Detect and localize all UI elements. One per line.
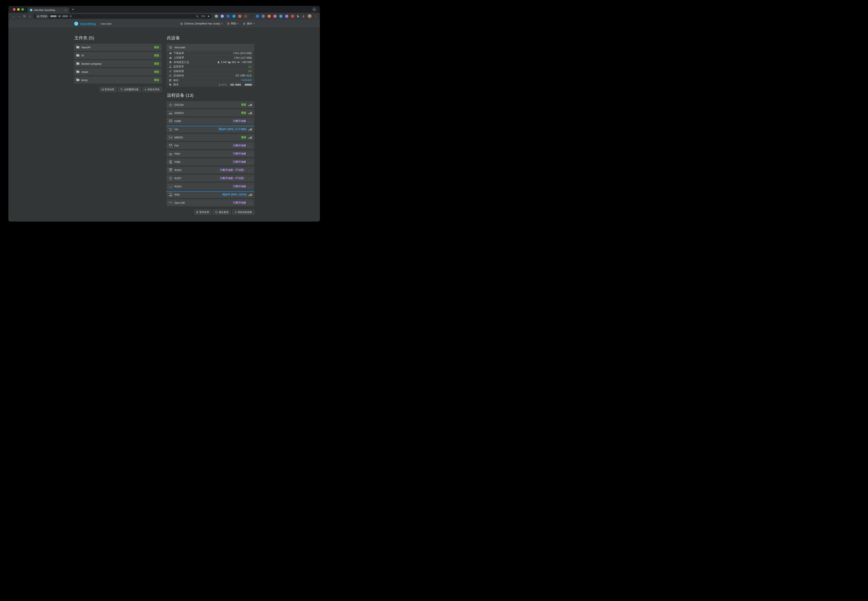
extension-icon[interactable] (250, 15, 253, 18)
disconnected-dots-icon (248, 161, 252, 163)
maximize-window-button[interactable] (21, 8, 24, 11)
device-status: 已断开连接（不活跃） (220, 168, 246, 172)
remote-device-row[interactable]: DS923+ 最新 (166, 109, 254, 116)
home-icon[interactable]: ⌂ (27, 14, 33, 19)
remote-device-row[interactable]: Zero 2W 已断开连接 (166, 199, 254, 206)
extensions-row (215, 15, 294, 18)
extension-icon[interactable] (256, 15, 259, 18)
device-name: PI5A (174, 152, 180, 156)
extension-icon[interactable] (285, 15, 288, 18)
extension-icon[interactable] (215, 15, 218, 18)
translate-icon[interactable]: 文A (201, 15, 205, 17)
extension-icon[interactable] (232, 15, 236, 18)
remote-device-row[interactable]: HA 同步中 (92%, 17.2 MiB) (166, 126, 254, 133)
chevron-down-icon: ▾ (238, 23, 239, 25)
rescan-all-button[interactable]: ↻ 全部重新扫描 (118, 87, 141, 92)
extensions-puzzle-icon[interactable] (296, 15, 299, 18)
signal-bars-icon (248, 104, 252, 106)
device-name: HA (174, 128, 178, 131)
remote-device-row[interactable]: R2SU 已断开连接 (166, 183, 254, 190)
tab-search-button[interactable]: ▾ (312, 7, 317, 12)
bookmark-star-icon[interactable]: ★ (207, 15, 210, 18)
actions-menu[interactable]: 操作 ▾ (243, 22, 254, 26)
new-tab-button[interactable]: + (69, 8, 74, 13)
extension-icon[interactable] (273, 15, 277, 18)
pause-all-folders-button[interactable]: 暂停全部 (100, 87, 117, 92)
tag-icon (169, 83, 172, 86)
disconnected-dots-icon (248, 201, 252, 204)
local-state-row: 本地状态汇总 3,340 882 (166, 60, 254, 64)
extension-icon[interactable] (227, 15, 230, 18)
folder-row[interactable]: docker-compose 最新 (74, 60, 162, 67)
remote-device-row[interactable]: M920X 最新 (166, 134, 254, 141)
this-device-header[interactable]: mini.intel (166, 44, 254, 51)
address-bar[interactable]: 不安全 文A ★ (34, 14, 212, 18)
browser-menu-icon[interactable]: ⋮ (314, 15, 317, 18)
remote-device-row[interactable]: PI4 已断开连接 (166, 142, 254, 149)
remote-device-row[interactable]: R5S 同步中 (99%, 128 B) (166, 191, 254, 198)
folder-icon (76, 71, 79, 73)
folder-row[interactable]: temp 最新 (74, 76, 162, 84)
extension-icon[interactable] (291, 15, 294, 18)
extension-icon[interactable] (262, 15, 265, 18)
folder-row[interactable]: PI 最新 (74, 52, 162, 59)
syncthing-logo-icon (74, 21, 79, 26)
tab-close-icon[interactable]: × (64, 9, 67, 12)
disconnected-dots-icon (248, 185, 252, 188)
version-row: 版本 (166, 82, 254, 87)
folder-row[interactable]: share 最新 (74, 68, 162, 75)
device-identicon (169, 103, 172, 106)
pause-icon (102, 88, 104, 90)
close-window-button[interactable] (13, 8, 15, 11)
cloud-upload-icon (169, 56, 172, 59)
add-folder-button[interactable]: + 添加文件夹 (142, 87, 162, 92)
remote-device-row[interactable]: PI5B 已断开连接 (166, 158, 254, 165)
extension-icon[interactable] (244, 15, 247, 18)
help-menu[interactable]: ? 帮助 ▾ (227, 22, 239, 26)
language-menu[interactable]: Chinese (Simplified Han script) ▾ (180, 22, 222, 25)
reload-icon[interactable]: ↻ (22, 14, 27, 19)
passwords-key-icon[interactable] (196, 15, 199, 18)
device-identicon (169, 46, 172, 49)
browser-tab[interactable]: mini.intel | Syncthing × (27, 7, 69, 13)
recent-changes-button[interactable]: i 最近更改 (213, 210, 231, 215)
device-name: R5S (174, 193, 180, 196)
extension-icon[interactable] (238, 15, 241, 18)
pause-all-devices-button[interactable]: 暂停全部 (194, 210, 211, 215)
folder-status: 最新 (154, 70, 159, 74)
folders-column: 文件夹 (5) NanoPI 最新 PI 最新 (74, 35, 162, 92)
device-identicon (169, 185, 172, 188)
remote-device-row[interactable]: R2ST 已断开连接（不活跃） (166, 175, 254, 182)
minimize-window-button[interactable] (17, 8, 20, 11)
remote-device-row[interactable]: PI5A 已断开连接 (166, 150, 254, 157)
extension-icon[interactable] (268, 15, 271, 18)
tab-bar: mini.intel | Syncthing × + ▾ (8, 6, 320, 13)
downloads-icon[interactable] (302, 15, 305, 18)
local-size: ~160 MiB (241, 61, 252, 64)
remote-device-row[interactable]: H28K 已断开连接 (166, 117, 254, 125)
remote-device-row[interactable]: DS218+ 最新 (166, 101, 254, 108)
profile-avatar[interactable] (308, 14, 312, 18)
security-chip[interactable]: 不安全 (36, 14, 49, 18)
device-status: 已断开连接（不活跃） (220, 177, 246, 180)
device-status: 同步中 (92%, 17.2 MiB) (219, 128, 247, 131)
extension-icon[interactable] (221, 15, 224, 18)
plus-icon: + (235, 211, 236, 214)
device-name: PI4 (174, 144, 178, 147)
syncthing-brand[interactable]: Syncthing (74, 21, 96, 26)
forward-icon[interactable]: → (16, 14, 22, 19)
redacted-url-block (50, 15, 56, 17)
host-name: mini.intel (101, 22, 111, 25)
device-identicon (169, 136, 172, 139)
device-status: 最新 (241, 103, 247, 107)
folder-actions: 暂停全部 ↻ 全部重新扫描 + 添加文件夹 (74, 87, 162, 92)
extension-icon[interactable] (279, 15, 282, 18)
device-name: R2SU (174, 185, 182, 188)
folder-row[interactable]: NanoPI 最新 (74, 44, 162, 51)
add-remote-device-button[interactable]: + 添加远程设备 (232, 210, 254, 215)
remote-device-row[interactable]: R2SC 已断开连接（不活跃） (166, 166, 254, 174)
back-icon[interactable]: ← (11, 14, 16, 19)
device-id-link[interactable]: Y4SK4RI (241, 79, 252, 82)
device-name: DS923+ (174, 111, 184, 114)
browser-toolbar: ← → ↻ ⌂ 不安全 文A ★ (8, 13, 320, 20)
